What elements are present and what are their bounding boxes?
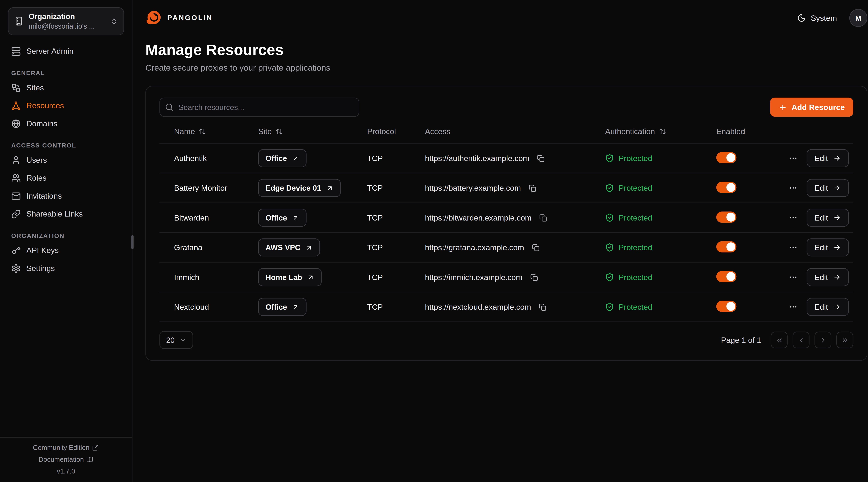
- auth-status: Protected: [605, 183, 716, 192]
- copy-button[interactable]: [528, 272, 539, 283]
- chevron-left-icon: [797, 336, 805, 344]
- add-resource-button[interactable]: Add Resource: [770, 98, 853, 117]
- documentation-label: Documentation: [38, 456, 84, 463]
- edit-button[interactable]: Edit: [807, 179, 849, 197]
- row-menu-button[interactable]: [786, 152, 800, 165]
- next-page-button[interactable]: [814, 331, 831, 348]
- topbar-right: System M: [797, 9, 867, 27]
- auth-status: Protected: [605, 243, 716, 252]
- site-link-button[interactable]: Home Lab: [258, 268, 322, 286]
- row-menu-button[interactable]: [786, 211, 800, 225]
- enabled-toggle[interactable]: [716, 241, 736, 252]
- column-header-name[interactable]: Name: [174, 127, 258, 136]
- copy-button[interactable]: [537, 301, 548, 312]
- edit-button[interactable]: Edit: [807, 268, 849, 286]
- protocol-value: TCP: [367, 273, 425, 282]
- arrow-right-icon: [833, 244, 841, 251]
- topbar: PANGOLIN System M: [133, 0, 868, 27]
- shield-check-icon: [605, 183, 614, 192]
- row-menu-button[interactable]: [786, 181, 800, 195]
- external-link-icon: [92, 444, 99, 451]
- sidebar-item-users[interactable]: Users: [7, 151, 125, 169]
- copy-icon: [536, 154, 545, 163]
- avatar-initial: M: [855, 14, 861, 22]
- avatar[interactable]: M: [849, 9, 867, 27]
- org-selector[interactable]: Organization milo@fossorial.io's ...: [8, 7, 124, 35]
- sidebar-item-label: Domains: [26, 119, 58, 128]
- edit-button[interactable]: Edit: [807, 238, 849, 256]
- copy-icon: [528, 184, 537, 192]
- copy-button[interactable]: [530, 242, 541, 253]
- sidebar-item-shareable-links[interactable]: Shareable Links: [7, 205, 125, 223]
- copy-button[interactable]: [538, 213, 548, 223]
- enabled-toggle[interactable]: [716, 152, 736, 163]
- first-page-button[interactable]: [771, 331, 787, 348]
- column-header-site[interactable]: Site: [258, 127, 367, 136]
- row-menu-button[interactable]: [786, 270, 800, 284]
- ellipsis-icon: [789, 213, 798, 222]
- access-url: https://nextcloud.example.com: [425, 302, 531, 312]
- table-header: Name Site Protocol Access Authentication…: [159, 127, 853, 144]
- chevron-right-icon: [819, 336, 827, 344]
- resource-name: Bitwarden: [174, 213, 258, 222]
- edit-button[interactable]: Edit: [807, 298, 849, 316]
- shield-check-icon: [605, 213, 614, 222]
- copy-button[interactable]: [527, 183, 538, 193]
- auth-status: Protected: [605, 154, 716, 163]
- sidebar-item-label: Users: [26, 156, 47, 165]
- mail-icon: [11, 191, 21, 201]
- sidebar-item-resources[interactable]: Resources: [7, 97, 125, 114]
- pangolin-logo-icon: [146, 9, 162, 26]
- sidebar-item-api-keys[interactable]: API Keys: [7, 242, 125, 259]
- row-menu-button[interactable]: [786, 300, 800, 314]
- sidebar-item-invitations[interactable]: Invitations: [7, 187, 125, 204]
- documentation-link[interactable]: Documentation: [38, 456, 93, 463]
- shield-check-icon: [605, 302, 614, 312]
- edit-button[interactable]: Edit: [807, 209, 849, 227]
- last-page-button[interactable]: [836, 331, 853, 348]
- site-link-button[interactable]: Edge Device 01: [258, 179, 341, 197]
- shield-check-icon: [605, 154, 614, 163]
- sidebar-item-settings[interactable]: Settings: [7, 260, 125, 277]
- arrow-up-right-icon: [307, 274, 315, 281]
- access-url: https://grafana.example.com: [425, 243, 524, 252]
- column-header-protocol: Protocol: [367, 127, 425, 136]
- resource-name: Authentik: [174, 154, 258, 163]
- sidebar-resize-handle[interactable]: [131, 235, 134, 249]
- sidebar-item-server-admin[interactable]: Server Admin: [7, 42, 125, 60]
- enabled-toggle[interactable]: [716, 271, 736, 282]
- table-row: Bitwarden Office TCP https://bitwarden.e…: [159, 203, 853, 233]
- copy-button[interactable]: [535, 153, 546, 163]
- edit-button[interactable]: Edit: [807, 149, 849, 167]
- column-header-enabled: Enabled: [716, 127, 772, 136]
- table-row: Nextcloud Office TCP https://nextcloud.e…: [159, 292, 853, 322]
- resource-name: Battery Monitor: [174, 183, 258, 192]
- previous-page-button[interactable]: [793, 331, 809, 348]
- sidebar-item-sites[interactable]: Sites: [7, 79, 125, 96]
- key-icon: [11, 246, 21, 255]
- table-row: Grafana AWS VPC TCP https://grafana.exam…: [159, 233, 853, 262]
- sort-icon: [659, 128, 666, 135]
- shield-check-icon: [605, 243, 614, 252]
- enabled-toggle[interactable]: [716, 212, 736, 223]
- table-row: Immich Home Lab TCP https://immich.examp…: [159, 262, 853, 292]
- site-link-button[interactable]: Office: [258, 298, 307, 316]
- table-row: Battery Monitor Edge Device 01 TCP https…: [159, 173, 853, 203]
- row-menu-button[interactable]: [786, 240, 800, 254]
- sidebar-item-roles[interactable]: Roles: [7, 169, 125, 187]
- enabled-toggle[interactable]: [716, 301, 736, 312]
- copy-icon: [538, 303, 547, 311]
- site-link-button[interactable]: Office: [258, 209, 307, 227]
- column-header-authentication[interactable]: Authentication: [605, 127, 716, 136]
- chevrons-right-icon: [841, 336, 848, 344]
- theme-toggle[interactable]: System: [797, 13, 837, 23]
- page-size-select[interactable]: 20: [159, 331, 193, 349]
- moon-icon: [797, 13, 806, 23]
- site-link-button[interactable]: Office: [258, 149, 307, 167]
- community-edition-link[interactable]: Community Edition: [33, 444, 99, 452]
- page-title: Manage Resources: [146, 41, 867, 59]
- enabled-toggle[interactable]: [716, 182, 736, 193]
- search-input[interactable]: [159, 98, 359, 117]
- sidebar-item-domains[interactable]: Domains: [7, 115, 125, 132]
- site-link-button[interactable]: AWS VPC: [258, 238, 320, 256]
